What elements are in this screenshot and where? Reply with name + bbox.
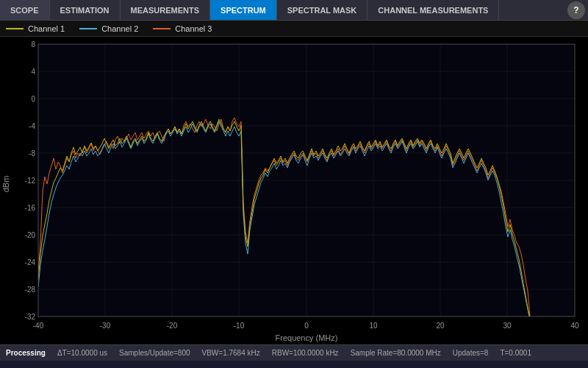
rbw-status: RBW=100.0000 kHz bbox=[272, 349, 339, 357]
svg-text:20: 20 bbox=[436, 322, 445, 330]
navigation-bar: SCOPE ESTIMATION MEASUREMENTS SPECTRUM S… bbox=[0, 0, 588, 21]
svg-text:4: 4 bbox=[31, 68, 35, 76]
status-bar: Processing ΔT=10.0000 us Samples/Update=… bbox=[0, 344, 588, 361]
processing-status: Processing bbox=[6, 349, 46, 357]
legend-line-ch1 bbox=[6, 28, 24, 29]
svg-text:-4: -4 bbox=[29, 122, 35, 130]
svg-text:-30: -30 bbox=[100, 322, 111, 330]
svg-text:-40: -40 bbox=[33, 322, 44, 330]
nav-measurements[interactable]: MEASUREMENTS bbox=[121, 0, 211, 20]
svg-text:-8: -8 bbox=[29, 149, 35, 158]
chart-legend: Channel 1 Channel 2 Channel 3 bbox=[0, 21, 588, 37]
svg-text:30: 30 bbox=[503, 322, 512, 330]
updates-status: Updates=8 bbox=[453, 349, 489, 357]
vbw-status: VBW=1.7684 kHz bbox=[202, 349, 260, 357]
svg-text:40: 40 bbox=[570, 322, 579, 330]
svg-text:0: 0 bbox=[31, 95, 35, 103]
svg-text:-20: -20 bbox=[25, 231, 36, 239]
legend-line-ch3 bbox=[153, 28, 171, 29]
legend-line-ch2 bbox=[79, 28, 97, 29]
nav-channel-measurements[interactable]: CHANNEL MEASUREMENTS bbox=[368, 0, 499, 20]
svg-text:-16: -16 bbox=[25, 204, 36, 212]
sample-rate-status: Sample Rate=80.0000 MHz bbox=[351, 349, 441, 357]
legend-label-ch1: Channel 1 bbox=[28, 24, 65, 33]
x-axis-label: Frequency (MHz) bbox=[276, 333, 338, 342]
spectrum-chart: 8 4 0 -4 -8 -12 -16 -20 -24 -28 -32 -40 … bbox=[0, 37, 588, 344]
legend-label-ch3: Channel 3 bbox=[175, 24, 212, 33]
legend-label-ch2: Channel 2 bbox=[101, 24, 138, 33]
y-axis-label: dBm bbox=[1, 176, 10, 193]
legend-channel1: Channel 1 bbox=[6, 24, 65, 33]
legend-channel2: Channel 2 bbox=[79, 24, 138, 33]
svg-text:-20: -20 bbox=[167, 322, 178, 330]
svg-text:-10: -10 bbox=[234, 322, 245, 330]
samples-status: Samples/Update=800 bbox=[119, 349, 190, 357]
svg-text:-12: -12 bbox=[25, 177, 36, 185]
svg-text:8: 8 bbox=[31, 40, 35, 49]
t-status: T=0.0001 bbox=[500, 349, 531, 357]
nav-scope[interactable]: SCOPE bbox=[0, 0, 50, 20]
legend-channel3: Channel 3 bbox=[153, 24, 212, 33]
svg-text:-24: -24 bbox=[25, 258, 36, 266]
nav-estimation[interactable]: ESTIMATION bbox=[50, 0, 121, 20]
delta-t-status: ΔT=10.0000 us bbox=[57, 349, 107, 357]
svg-text:-32: -32 bbox=[25, 313, 36, 321]
nav-spectrum[interactable]: SPECTRUM bbox=[210, 0, 277, 20]
nav-spectral-mask[interactable]: SPECTRAL MASK bbox=[277, 0, 368, 20]
svg-text:0: 0 bbox=[304, 322, 309, 330]
help-button[interactable]: ? bbox=[567, 1, 585, 19]
svg-text:10: 10 bbox=[369, 322, 378, 330]
svg-text:-28: -28 bbox=[25, 286, 36, 294]
